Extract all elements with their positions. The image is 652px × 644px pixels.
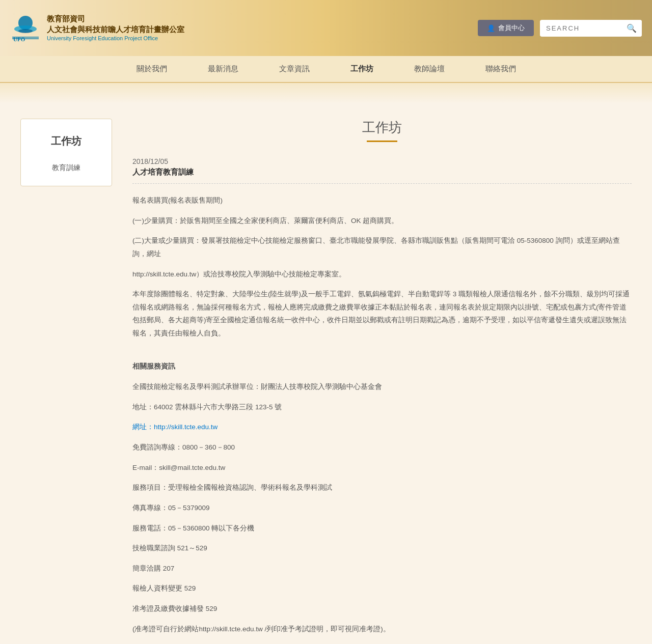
article-title: 人才培育教育訓練 <box>132 167 632 177</box>
person-icon: 👤 <box>487 24 495 32</box>
body-para-9: 免費諮詢專線：0800－360－800 <box>132 441 632 454</box>
body-para-6: 全國技能檢定報名及學科測試承辦單位：財團法人技專校院入學測驗中心基金會 <box>132 380 632 394</box>
body-para-15: 簡章洽購 207 <box>132 562 632 575</box>
main-container: 工作坊 教育訓練 工作坊 2018/12/05 人才培育教育訓練 報名表購買(報… <box>0 103 652 644</box>
svg-point-2 <box>18 29 33 33</box>
body-para-14: 技檢職業諮詢 521～529 <box>132 542 632 555</box>
ufo-logo-icon: UFO <box>10 13 41 43</box>
article-body: 報名表購買(報名表販售期間) (一)少量購買：於販售期間至全國之全家便利商店、萊… <box>132 194 632 635</box>
body-para-0: 報名表購買(報名表販售期間) <box>132 194 632 207</box>
logo-text: 教育部資司 人文社會與科技前瞻人才培育計畫辦公室 University Fore… <box>47 13 184 42</box>
website-link[interactable]: 網址：http://skill.tcte.edu.tw <box>132 423 218 431</box>
nav-item-workshop[interactable]: 工作坊 <box>330 56 394 82</box>
nav-item-about[interactable]: 關於我們 <box>116 56 187 82</box>
page-title: 工作坊 <box>132 119 632 136</box>
ufo-label: University Foresight Education Project O… <box>47 35 184 42</box>
body-para-10: E-mail：skill@mail.tcte.edu.tw <box>132 461 632 474</box>
nav-item-forum[interactable]: 教師論壇 <box>394 56 465 82</box>
logo-area: UFO 教育部資司 人文社會與科技前瞻人才培育計畫辦公室 University … <box>10 13 184 43</box>
header: UFO 教育部資司 人文社會與科技前瞻人才培育計畫辦公室 University … <box>0 0 652 56</box>
member-button[interactable]: 👤 會員中心 <box>478 20 534 36</box>
sidebar-box: 工作坊 教育訓練 <box>20 119 112 186</box>
sub-wave-divider <box>0 83 652 103</box>
body-para-16: 報檢人資料變更 529 <box>132 582 632 595</box>
body-para-11: 服務項目：受理報檢全國報檢資格認詢、學術科報名及學科測試 <box>132 481 632 494</box>
org-name-line2: 人文社會與科技前瞻人才培育計畫辦公室 <box>47 24 184 35</box>
body-para-2: (二)大量或少量購買：發展署技能檢定中心技能檢定服務窗口、臺北市職能發展學院、各… <box>132 234 632 260</box>
sidebar-item-training[interactable]: 教育訓練 <box>31 160 101 176</box>
body-para-3: http://skill.tcte.edu.tw）或洽技專校院入學測驗中心技能檢… <box>132 268 632 281</box>
search-input[interactable] <box>540 21 621 36</box>
nav-inner: 關於我們 最新消息 文章資訊 工作坊 教師論壇 聯絡我們 <box>46 56 606 82</box>
title-underline <box>367 141 397 142</box>
nav-item-contact[interactable]: 聯絡我們 <box>465 56 536 82</box>
content-area: 工作坊 2018/12/05 人才培育教育訓練 報名表購買(報名表販售期間) (… <box>132 119 632 644</box>
search-button[interactable]: 🔍 <box>621 20 642 37</box>
sidebar-title: 工作坊 <box>31 134 101 148</box>
nav-item-news[interactable]: 最新消息 <box>187 56 259 82</box>
body-para-5: 相關服務資訊 <box>132 360 632 373</box>
nav-item-articles[interactable]: 文章資訊 <box>259 56 330 82</box>
body-para-7: 地址：64002 雲林縣斗六市大學路三段 123-5 號 <box>132 401 632 414</box>
sidebar: 工作坊 教育訓練 <box>20 119 112 644</box>
body-para-13: 服務電話：05－5360800 轉以下各分機 <box>132 522 632 535</box>
org-name-line1: 教育部資司 <box>47 13 184 24</box>
body-para-12: 傳真專線：05－5379009 <box>132 501 632 515</box>
body-para-8: 網址：http://skill.tcte.edu.tw <box>132 421 632 434</box>
body-para-1: (一)少量購買：於販售期間至全國之全家便利商店、萊爾富便利商店、OK 超商購買。 <box>132 214 632 228</box>
nav-bar: 關於我們 最新消息 文章資訊 工作坊 教師論壇 聯絡我們 <box>0 56 652 83</box>
section-label-service: 相關服務資訊 <box>132 362 175 370</box>
article-date: 2018/12/05 <box>132 157 632 165</box>
header-right: 👤 會員中心 🔍 <box>478 20 642 37</box>
body-para-4: 本年度除團體報名、特定對象、大陸學位生(陸生就學)及一般手工電銲、氬氣鎢極電銲、… <box>132 288 632 340</box>
body-para-17: 准考證及繳費收據補發 529 <box>132 602 632 615</box>
body-para-18: (准考證可自行於網站http://skill.tcte.edu.tw /列印准予… <box>132 623 632 636</box>
search-area: 🔍 <box>540 20 642 37</box>
member-label: 會員中心 <box>498 23 525 33</box>
article-divider <box>132 183 632 184</box>
